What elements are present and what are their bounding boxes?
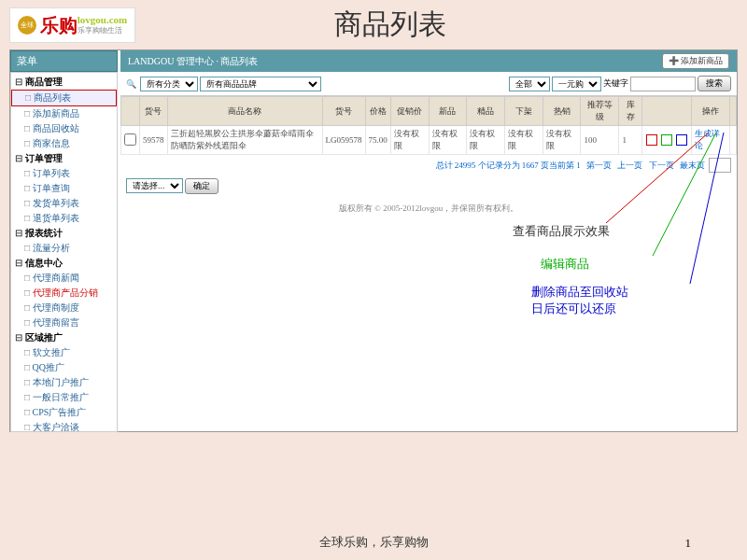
row-checkbox[interactable]	[124, 133, 136, 146]
sidebar-item[interactable]: 发货单列表	[11, 196, 117, 211]
table-header: 操作	[692, 97, 730, 126]
pager-prev[interactable]: 上一页	[617, 161, 642, 170]
sidebar-item[interactable]: 大客户洽谈	[11, 420, 117, 432]
breadcrumb: LANDGOU 管理中心 · 商品列表	[128, 55, 258, 68]
annotation-edit: 编辑商品	[541, 256, 589, 273]
cell-hot: 没有权限	[543, 126, 581, 155]
cell-new: 没有权限	[429, 126, 467, 155]
sidebar-group[interactable]: 报表统计	[11, 226, 117, 241]
table-header: 促销价	[390, 97, 429, 126]
table-header: 精品	[467, 97, 505, 126]
sidebar-item[interactable]: 代理商新闻	[11, 271, 117, 286]
page-number: 1	[685, 536, 692, 551]
pager-total: 总计 24995 个记录分为 1667 页当前第 1	[436, 161, 581, 170]
annotation-delete: 删除商品至回收站 日后还可以还原	[531, 284, 628, 317]
sidebar-item[interactable]: 订单查询	[11, 181, 117, 196]
scope-select[interactable]: 全部	[509, 77, 550, 91]
edit-icon[interactable]	[661, 134, 672, 146]
keyword-label: 关键字	[603, 77, 628, 90]
cell-stock: 1	[619, 126, 641, 155]
footer-text: 全球乐购，乐享购物	[0, 534, 747, 551]
search-icon: 🔍	[126, 79, 136, 89]
sidebar-group[interactable]: 商品管理	[11, 75, 117, 90]
sidebar-item[interactable]: 代理商留言	[11, 315, 117, 330]
pager-last[interactable]: 最末页	[680, 161, 705, 170]
sidebar-item[interactable]: 订单列表	[11, 166, 117, 181]
table-header	[729, 97, 736, 126]
sidebar-item[interactable]: 本地门户推广	[11, 375, 117, 390]
sidebar-item[interactable]: 一般日常推广	[11, 390, 117, 405]
sidebar-group[interactable]: 订单管理	[11, 151, 117, 166]
pager-first[interactable]: 第一页	[586, 161, 612, 170]
main-panel: LANDGOU 管理中心 · 商品列表 添加新商品 🔍 所有分类 所有商品品牌 …	[120, 50, 737, 431]
category-select[interactable]: 所有分类	[140, 77, 198, 91]
add-product-button[interactable]: 添加新商品	[662, 53, 729, 69]
brand-select[interactable]: 所有商品品牌	[200, 77, 321, 91]
table-header	[641, 97, 692, 126]
sidebar-item[interactable]: CPS广告推广	[11, 405, 117, 420]
sidebar-group[interactable]: 区域推广	[11, 330, 117, 345]
cell-price: 75.00	[365, 126, 390, 155]
search-button[interactable]: 搜索	[698, 76, 731, 91]
filter-bar: 🔍 所有分类 所有商品品牌 全部 一元购 关键字 搜索	[120, 72, 737, 96]
delete-icon[interactable]	[676, 134, 687, 146]
table-header: 商品名称	[167, 97, 322, 126]
batch-confirm[interactable]: 确定	[185, 178, 218, 194]
sidebar-item[interactable]: 软文推广	[11, 345, 117, 360]
sidebar-header: 菜单	[10, 50, 118, 72]
keyword-input[interactable]	[630, 77, 696, 91]
cell-rec: 100	[581, 126, 619, 155]
pager-next[interactable]: 下一页	[649, 161, 674, 170]
table-header: 推荐等级	[581, 97, 619, 126]
preview-icon[interactable]	[646, 134, 657, 146]
sidebar-item[interactable]: 代理商产品分销	[11, 286, 117, 301]
cell-fine: 没有权限	[467, 126, 505, 155]
table-header: 货号	[140, 97, 168, 126]
sidebar-item[interactable]: 代理商制度	[11, 301, 117, 315]
sidebar-item[interactable]: QQ推广	[11, 360, 117, 375]
batch-select[interactable]: 请选择...	[126, 178, 183, 193]
table-header: 下架	[504, 97, 543, 126]
page-title: 商品列表	[42, 6, 738, 44]
deal-select[interactable]: 一元购	[552, 77, 601, 91]
cell-id: 59578	[140, 126, 168, 155]
cell-off: 没有权限	[504, 126, 543, 155]
sidebar: 菜单 商品管理商品列表添加新商品商品回收站商家信息订单管理订单列表订单查询发货单…	[10, 50, 118, 431]
pager: 总计 24995 个记录分为 1667 页当前第 1 第一页 上一页 下一页 最…	[120, 155, 737, 175]
table-header: 货号	[322, 97, 365, 126]
table-header: 热销	[543, 97, 581, 126]
sidebar-item[interactable]: 商品回收站	[11, 121, 117, 136]
globe-icon: 全球	[18, 16, 36, 35]
product-table: 货号商品名称货号价格促销价新品精品下架热销推荐等级库存操作 59578 三折超轻…	[120, 96, 737, 155]
pager-input[interactable]	[709, 158, 731, 173]
app-frame: 菜单 商品管理商品列表添加新商品商品回收站商家信息订单管理订单列表订单查询发货单…	[9, 49, 738, 432]
sidebar-item[interactable]: 流量分析	[11, 241, 117, 256]
table-header: 价格	[365, 97, 390, 126]
sidebar-item[interactable]: 添加新商品	[11, 106, 117, 121]
table-header: 新品	[429, 97, 467, 126]
sidebar-item[interactable]: 商家信息	[11, 136, 117, 151]
cell-name: 三折超轻黑胶公主拱形伞蘑菇伞晴雨伞防晒防紫外线遮阳伞	[167, 126, 322, 155]
cell-promo: 没有权限	[390, 126, 429, 155]
table-header	[121, 97, 140, 126]
copyright: 版权所有 © 2005-2012lovgou，并保留所有权利。	[120, 203, 737, 215]
table-header: 库存	[619, 97, 641, 126]
sidebar-group[interactable]: 信息中心	[11, 256, 117, 271]
table-row: 59578 三折超轻黑胶公主拱形伞蘑菇伞晴雨伞防晒防紫外线遮阳伞 LG05957…	[121, 126, 737, 155]
cell-sku: LG059578	[322, 126, 365, 155]
sidebar-item[interactable]: 商品列表	[11, 90, 117, 106]
sidebar-item[interactable]: 退货单列表	[11, 211, 117, 226]
annotation-preview: 查看商品展示效果	[513, 223, 610, 240]
cell-gen[interactable]: 生成详论	[692, 126, 730, 155]
